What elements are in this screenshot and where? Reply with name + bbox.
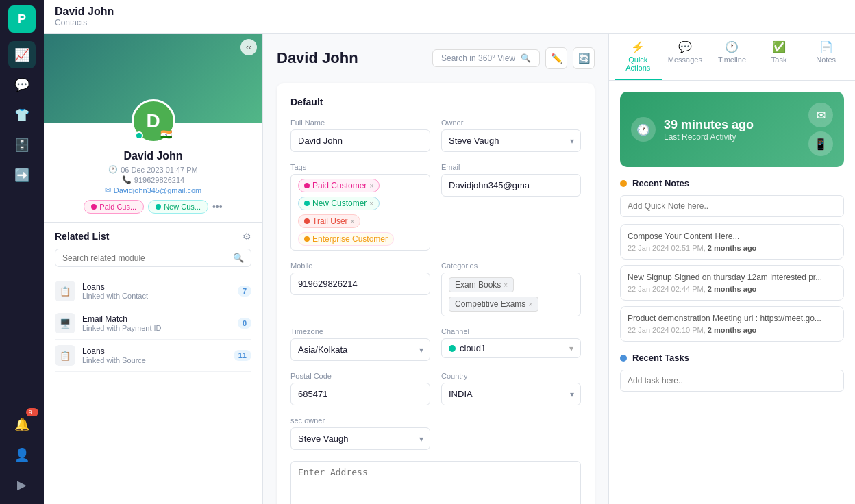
tag-chip-paid[interactable]: Paid Customer ×	[298, 179, 380, 192]
recent-tasks-header: Recent Tasks	[620, 353, 844, 363]
topbar-subtitle: Contacts	[55, 18, 114, 27]
country-group: Country INDIA	[441, 372, 581, 405]
full-name-group: Full Name	[290, 118, 430, 152]
tab-messages[interactable]: 💬 Messages	[662, 34, 709, 80]
recent-notes-section: Recent Notes Compose Your Content Here..…	[620, 178, 844, 342]
activity-time: 39 minutes ago	[664, 118, 800, 132]
sec-owner-label: sec owner	[290, 416, 430, 425]
tag-paid-customer[interactable]: Paid Cus...	[84, 200, 144, 214]
content-area: ‹‹ D 🇮🇳 David John 🕐 06 Dec 2023 01:47 P…	[44, 34, 855, 504]
settings-button[interactable]: ⚙	[243, 231, 251, 242]
tab-task[interactable]: ✅ Task	[756, 34, 803, 80]
tab-timeline[interactable]: 🕐 Timeline	[708, 34, 756, 80]
tag-remove-paid[interactable]: ×	[369, 182, 373, 190]
category-chip-competitive[interactable]: Competitive Exams ×	[449, 297, 538, 312]
messages-icon: 💬	[678, 40, 692, 53]
whatsapp-action-button[interactable]: 📱	[808, 131, 833, 156]
owner-select-wrap: Steve Vaugh	[441, 129, 581, 152]
tag-chip-trail[interactable]: Trail User ×	[298, 214, 360, 228]
note-item-3: Product demonstration Meeting url : http…	[620, 306, 844, 342]
sidebar-item-database[interactable]: 🗄️	[8, 131, 36, 159]
sidebar-item-navigate[interactable]: ➡️	[8, 162, 36, 189]
search-related-input[interactable]	[62, 253, 229, 263]
add-task-input[interactable]	[620, 370, 844, 392]
email-action-button[interactable]: ✉	[808, 103, 833, 127]
search-360-input[interactable]: Search in 360° View 🔍	[432, 49, 540, 67]
collapse-button[interactable]: ‹‹	[240, 39, 257, 55]
email-icon: ✉	[105, 186, 111, 194]
country-select[interactable]: INDIA	[441, 383, 581, 405]
sidebar-item-chat[interactable]: 💬	[8, 71, 36, 99]
search-icon: 🔍	[233, 253, 244, 263]
task-icon: ✅	[772, 40, 786, 53]
tag-dot	[156, 204, 161, 210]
related-item-loans-source[interactable]: 📋 Loans Linked with Source 11	[55, 340, 251, 372]
tag-chip-enterprise[interactable]: Enterprise Customer	[298, 232, 394, 246]
tag-remove-new[interactable]: ×	[369, 200, 373, 207]
sec-owner-group: sec owner Steve Vaugh	[290, 416, 430, 450]
recent-notes-header: Recent Notes	[620, 178, 844, 188]
address-input[interactable]	[290, 461, 581, 504]
categories-group: Categories Exam Books × Competitive Exam…	[441, 262, 581, 316]
mobile-input[interactable]	[290, 273, 430, 295]
form-grid: Full Name Owner Steve Vaugh	[290, 118, 581, 504]
full-name-input[interactable]	[290, 129, 430, 152]
online-indicator	[135, 131, 143, 140]
search-360-icon: 🔍	[521, 53, 531, 63]
sidebar-item-user[interactable]: 👤	[8, 441, 36, 468]
category-remove-exam-books[interactable]: ×	[504, 281, 508, 289]
sidebar-item-forward[interactable]: ▶	[8, 471, 36, 499]
note-item-1: Compose Your Content Here... 22 Jan 2024…	[620, 224, 844, 260]
tab-notes[interactable]: 📄 Notes	[802, 34, 850, 80]
postal-code-label: Postal Code	[290, 372, 430, 380]
channel-status-dot	[449, 345, 456, 352]
tag-new-customer[interactable]: New Cus...	[148, 200, 208, 214]
activity-text: 39 minutes ago Last Record Activity	[664, 118, 800, 142]
full-name-label: Full Name	[290, 118, 430, 127]
search-related-wrapper: 🔍	[55, 249, 251, 267]
notes-dot-icon	[620, 180, 627, 187]
profile-email[interactable]: ✉ Davidjohn345@gmail.com	[55, 186, 251, 194]
categories-label: Categories	[441, 262, 581, 270]
app-logo[interactable]: P	[8, 5, 36, 33]
tags-input[interactable]: Paid Customer × New Customer × Trail Use…	[290, 174, 430, 251]
middle-panel: David John Search in 360° View 🔍 ✏️ 🔄 De…	[263, 34, 608, 504]
channel-group: Channel cloud1 ▾	[441, 327, 581, 361]
channel-input[interactable]: cloud1 ▾	[441, 338, 581, 358]
tags-label: Tags	[290, 163, 430, 171]
edit-button[interactable]: ✏️	[545, 47, 567, 69]
notification-count-badge: 9+	[26, 408, 38, 416]
activity-label: Last Record Activity	[664, 132, 800, 142]
category-remove-competitive[interactable]: ×	[528, 301, 532, 308]
sidebar-item-analytics[interactable]: 📈	[8, 41, 36, 68]
notes-icon: 📄	[819, 40, 833, 53]
sec-owner-select[interactable]: Steve Vaugh	[290, 427, 430, 450]
category-chip-exam-books[interactable]: Exam Books ×	[449, 277, 514, 292]
postal-code-group: Postal Code	[290, 372, 430, 405]
form-header: David John Search in 360° View 🔍 ✏️ 🔄	[277, 47, 595, 69]
timezone-label: Timezone	[290, 327, 430, 336]
quick-note-input[interactable]	[620, 195, 844, 217]
tag-remove-trail[interactable]: ×	[351, 218, 355, 225]
timezone-select[interactable]: Asia/Kolkata	[290, 338, 430, 361]
categories-input[interactable]: Exam Books × Competitive Exams ×	[441, 273, 581, 316]
refresh-button[interactable]: 🔄	[573, 47, 595, 69]
tag-dot	[304, 201, 310, 206]
sec-owner-select-wrap: Steve Vaugh	[290, 427, 430, 450]
tag-chip-new[interactable]: New Customer ×	[298, 197, 380, 210]
related-item-email-match[interactable]: 🖥️ Email Match Linked with Payment ID 0	[55, 307, 251, 340]
timezone-select-wrap: Asia/Kolkata	[290, 338, 430, 361]
owner-select[interactable]: Steve Vaugh	[441, 129, 581, 152]
form-section-label: Default	[290, 97, 581, 108]
postal-code-input[interactable]	[290, 383, 430, 405]
profile-name: David John	[55, 150, 251, 162]
related-item-loans-contact[interactable]: 📋 Loans Linked with Contact 7	[55, 275, 251, 307]
sidebar-item-products[interactable]: 👕	[8, 101, 36, 129]
notifications-button[interactable]: 🔔 9+	[8, 411, 36, 438]
email-input[interactable]	[441, 174, 581, 197]
activity-action-buttons: ✉ 📱	[808, 103, 833, 156]
related-list: Related List ⚙ 🔍 📋 Loans Linked with Con…	[44, 223, 262, 504]
more-tags-button[interactable]: •••	[212, 201, 223, 212]
related-list-title: Related List	[55, 231, 109, 242]
tab-quick-actions[interactable]: ⚡ Quick Actions	[615, 34, 662, 80]
